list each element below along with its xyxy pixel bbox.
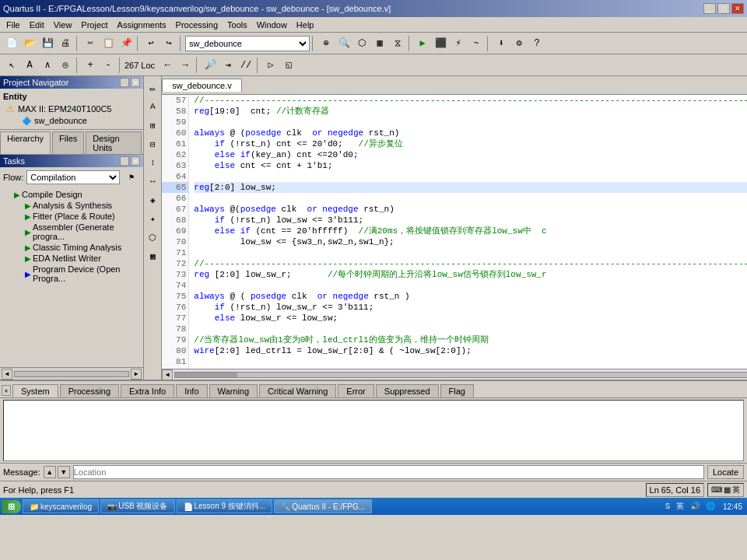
sidebar-btn9[interactable]: ⬡	[144, 229, 161, 246]
device-item[interactable]: ⚠ MAX II: EPM240T100C5	[3, 103, 140, 115]
taskbar-keyscan[interactable]: 📁 keyscanverilog	[23, 499, 99, 513]
chip-button[interactable]: ⬡	[353, 35, 370, 52]
sidebar-btn2[interactable]: A	[144, 98, 161, 115]
task-eda[interactable]: ▶ EDA Netlist Writer	[2, 253, 142, 264]
taskbar-lesson9[interactable]: 📄 Lesson 9 按键消抖...	[177, 499, 273, 513]
zoom-out-button[interactable]: -	[100, 57, 117, 74]
menu-view[interactable]: View	[49, 19, 77, 31]
next-button[interactable]: →	[177, 57, 194, 74]
tab-processing[interactable]: Processing	[60, 384, 119, 397]
menu-window[interactable]: Window	[252, 19, 292, 31]
tab-flag[interactable]: Flag	[440, 384, 474, 397]
tab-system[interactable]: System	[12, 384, 58, 397]
tasks-minimize[interactable]: _	[120, 156, 129, 166]
tab-extra-info[interactable]: Extra Info	[121, 384, 174, 397]
open-button[interactable]: 📂	[21, 35, 38, 52]
close-button[interactable]: ✕	[731, 3, 744, 14]
restore-button[interactable]: □	[717, 3, 730, 14]
locate-button[interactable]: Locate	[707, 465, 744, 479]
menu-file[interactable]: File	[2, 19, 25, 31]
h-scroll-track[interactable]	[174, 372, 747, 378]
tab-files[interactable]: Files	[52, 131, 84, 154]
scroll-right[interactable]: ▶	[131, 369, 142, 380]
sidebar-btn4[interactable]: ⊟	[144, 135, 161, 152]
indent-button[interactable]: ⇥	[219, 57, 237, 74]
template-button[interactable]: ◱	[280, 57, 297, 74]
find-button[interactable]: 🔎	[202, 57, 219, 74]
zoom-in-button[interactable]: +	[82, 57, 99, 74]
task-analysis[interactable]: ▶ Analysis & Synthesis	[2, 200, 142, 211]
taskbar-usb[interactable]: 📷 USB 视频设备	[100, 499, 174, 513]
task-assembler[interactable]: ▶ Assembler (Generate progra...	[2, 222, 142, 242]
tab-suppressed[interactable]: Suppressed	[376, 384, 439, 397]
sidebar-btn3[interactable]: ⊞	[144, 117, 161, 134]
cut-button[interactable]: ✂	[82, 35, 99, 52]
paste-button[interactable]: 📌	[117, 35, 135, 52]
task-timing[interactable]: ▶ Classic Timing Analysis	[2, 242, 142, 253]
tasks-close[interactable]: ✕	[131, 156, 140, 166]
task-compile[interactable]: ▶ Compile Design	[2, 189, 142, 200]
menu-project[interactable]: Project	[76, 19, 112, 31]
tab-info[interactable]: Info	[176, 384, 207, 397]
wire-tool[interactable]: ∧	[39, 57, 56, 74]
zoom-sel-button[interactable]: 🔍	[335, 35, 352, 52]
sidebar-btn10[interactable]: ▦	[144, 247, 161, 264]
new-button[interactable]: 📄	[3, 35, 20, 52]
tab-error[interactable]: Error	[338, 384, 374, 397]
h-scroll-thumb[interactable]	[175, 373, 237, 377]
task-program[interactable]: ▶ Program Device (Open Progra...	[2, 264, 142, 284]
location-input[interactable]	[73, 465, 704, 479]
scrollbar-track[interactable]	[14, 371, 129, 377]
sidebar-btn1[interactable]: ✏	[144, 79, 161, 96]
stop-button[interactable]: ⬛	[432, 35, 449, 52]
compile-button[interactable]: ▶	[414, 35, 431, 52]
comment-button[interactable]: //	[237, 57, 254, 74]
nav-minimize[interactable]: _	[120, 78, 129, 87]
task-fitter[interactable]: ▶ Fitter (Place & Route)	[2, 211, 142, 222]
tab-hierarchy[interactable]: Hierarchy	[0, 131, 51, 154]
flow-dropdown[interactable]: Compilation	[26, 170, 120, 184]
zoom-fit-button[interactable]: ⊕	[317, 35, 335, 52]
undo-button[interactable]: ↩	[142, 35, 160, 52]
menu-help[interactable]: Help	[292, 19, 319, 31]
scroll-left[interactable]: ◀	[2, 369, 12, 380]
sidebar-btn5[interactable]: ↕	[144, 154, 161, 171]
node-tool[interactable]: ◎	[57, 57, 74, 74]
redo-button[interactable]: ↪	[160, 35, 177, 52]
run-rtl-button[interactable]: ▷	[262, 57, 279, 74]
minimize-button[interactable]: _	[703, 3, 716, 14]
tab-warning[interactable]: Warning	[209, 384, 258, 397]
menu-assignments[interactable]: Assignments	[113, 19, 171, 31]
editor-tab-main[interactable]: sw_debounce.v	[162, 79, 241, 92]
sidebar-btn7[interactable]: ◈	[144, 191, 161, 208]
timing-button[interactable]: ⧖	[389, 35, 406, 52]
taskbar-quartus[interactable]: 🔧 Quartus II - E:/FPG...	[274, 499, 372, 513]
tab-critical-warning[interactable]: Critical Warning	[259, 384, 336, 397]
h-scroll-left[interactable]: ◀	[162, 369, 173, 380]
nav-close[interactable]: ✕	[131, 78, 140, 87]
print-button[interactable]: 🖨	[57, 35, 74, 52]
msg-down[interactable]: ▼	[58, 466, 70, 478]
close-bottom[interactable]: ✕	[2, 385, 11, 396]
analyze-button[interactable]: ⚡	[450, 35, 467, 52]
help-button[interactable]: ?	[528, 35, 545, 52]
module-item[interactable]: 🔷 sw_debounce	[3, 115, 140, 126]
programmer-button[interactable]: ⬇	[493, 35, 510, 52]
sidebar-btn8[interactable]: ✦	[144, 210, 161, 227]
entity-dropdown[interactable]: sw_debounce	[185, 36, 310, 51]
sim-button[interactable]: ~	[468, 35, 485, 52]
save-button[interactable]: 💾	[39, 35, 56, 52]
floorplan-button[interactable]: ▦	[371, 35, 388, 52]
sidebar-btn6[interactable]: ↔	[144, 173, 161, 190]
code-content[interactable]: //--------------------------------------…	[189, 95, 747, 369]
text-tool[interactable]: A	[21, 57, 38, 74]
menu-tools[interactable]: Tools	[223, 19, 252, 31]
tab-design-units[interactable]: Design Units	[86, 131, 142, 154]
start-button[interactable]: ⊞	[2, 500, 21, 513]
settings-button[interactable]: ⚙	[510, 35, 528, 52]
prev-button[interactable]: ←	[159, 57, 176, 74]
select-tool[interactable]: ↖	[3, 57, 20, 74]
msg-up[interactable]: ▲	[44, 466, 56, 478]
menu-processing[interactable]: Processing	[171, 19, 223, 31]
menu-edit[interactable]: Edit	[25, 19, 49, 31]
